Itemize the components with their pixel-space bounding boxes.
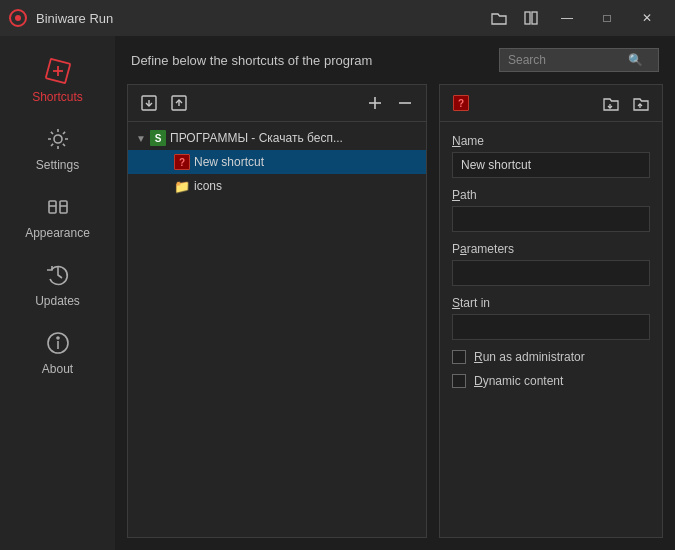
export-button[interactable] <box>166 91 192 115</box>
search-input[interactable] <box>508 53 628 67</box>
sidebar-item-settings[interactable]: Settings <box>0 114 115 182</box>
folder-icon-btn[interactable] <box>483 4 515 32</box>
dynamic-content-label: Dynamic content <box>474 374 563 388</box>
minimize-button[interactable]: — <box>547 4 587 32</box>
tree-child-label-icons: icons <box>194 179 418 193</box>
dynamic-content-checkbox[interactable] <box>452 374 466 388</box>
app-body: Shortcuts Settings Appeara <box>0 36 675 550</box>
path-field-group: Path <box>452 188 650 232</box>
content-header: Define below the shortcuts of the progra… <box>115 36 675 84</box>
tree-child-item-newshortcut[interactable]: ? New shortcut <box>128 150 426 174</box>
tree-arrow: ▼ <box>136 133 146 144</box>
titlebar: Biniware Run — □ ✕ <box>0 0 675 36</box>
main-content: Define below the shortcuts of the progra… <box>115 36 675 550</box>
folder-icon: 📁 <box>174 178 190 194</box>
settings-icon <box>43 124 73 154</box>
path-label: Path <box>452 188 650 202</box>
tree-child-item-icons[interactable]: 📁 icons <box>128 174 426 198</box>
svg-rect-2 <box>525 12 530 24</box>
about-icon <box>43 328 73 358</box>
tree-root-label: ПРОГРАММЫ - Скачать бесп... <box>170 131 418 145</box>
svg-point-1 <box>15 15 21 21</box>
green-folder-icon: S <box>150 130 166 146</box>
close-button[interactable]: ✕ <box>627 4 667 32</box>
run-as-admin-row[interactable]: Run as administrator <box>452 350 650 364</box>
updates-label: Updates <box>35 294 80 308</box>
settings-label: Settings <box>36 158 79 172</box>
path-input[interactable] <box>452 206 650 232</box>
about-label: About <box>42 362 73 376</box>
remove-button[interactable] <box>392 91 418 115</box>
tree-child-label-newshortcut: New shortcut <box>194 155 418 169</box>
run-as-admin-checkbox[interactable] <box>452 350 466 364</box>
panels: ▼ S ПРОГРАММЫ - Скачать бесп... ? New sh… <box>115 84 675 550</box>
parameters-field-group: Parameters <box>452 242 650 286</box>
app-title: Biniware Run <box>36 11 483 26</box>
right-form: Name Path Parameters <box>440 122 662 537</box>
open-folder2-button[interactable] <box>628 91 654 115</box>
left-toolbar <box>128 85 426 122</box>
sidebar: Shortcuts Settings Appeara <box>0 36 115 550</box>
question-icon: ? <box>174 154 190 170</box>
run-as-admin-label: Run as administrator <box>474 350 585 364</box>
add-button[interactable] <box>362 91 388 115</box>
sidebar-item-shortcuts[interactable]: Shortcuts <box>0 46 115 114</box>
question-toolbar-btn[interactable]: ? <box>448 91 474 115</box>
updates-icon <box>43 260 73 290</box>
appearance-icon <box>43 192 73 222</box>
sidebar-item-updates[interactable]: Updates <box>0 250 115 318</box>
shortcuts-icon <box>43 56 73 86</box>
startin-input[interactable] <box>452 314 650 340</box>
svg-point-7 <box>54 135 62 143</box>
right-panel: ? <box>439 84 663 538</box>
startin-field-group: Start in <box>452 296 650 340</box>
svg-rect-8 <box>49 201 56 213</box>
sidebar-item-appearance[interactable]: Appearance <box>0 182 115 250</box>
question-badge-icon: ? <box>453 95 469 111</box>
dynamic-content-row[interactable]: Dynamic content <box>452 374 650 388</box>
header-description: Define below the shortcuts of the progra… <box>131 53 372 68</box>
parameters-input[interactable] <box>452 260 650 286</box>
name-label: Name <box>452 134 650 148</box>
open-folder-button[interactable] <box>598 91 624 115</box>
startin-label: Start in <box>452 296 650 310</box>
shortcuts-label: Shortcuts <box>32 90 83 104</box>
svg-point-14 <box>57 337 59 339</box>
appearance-label: Appearance <box>25 226 90 240</box>
sidebar-item-about[interactable]: About <box>0 318 115 386</box>
search-box[interactable]: 🔍 <box>499 48 659 72</box>
maximize-button[interactable]: □ <box>587 4 627 32</box>
tree-area: ▼ S ПРОГРАММЫ - Скачать бесп... ? New sh… <box>128 122 426 537</box>
parameters-label: Parameters <box>452 242 650 256</box>
book-icon-btn[interactable] <box>515 4 547 32</box>
tree-root-item[interactable]: ▼ S ПРОГРАММЫ - Скачать бесп... <box>128 126 426 150</box>
search-icon: 🔍 <box>628 53 643 67</box>
app-logo <box>8 8 28 28</box>
svg-rect-9 <box>60 201 67 213</box>
name-input[interactable] <box>452 152 650 178</box>
left-panel: ▼ S ПРОГРАММЫ - Скачать бесп... ? New sh… <box>127 84 427 538</box>
right-toolbar: ? <box>440 85 662 122</box>
svg-rect-3 <box>532 12 537 24</box>
name-field-group: Name <box>452 134 650 178</box>
import-button[interactable] <box>136 91 162 115</box>
